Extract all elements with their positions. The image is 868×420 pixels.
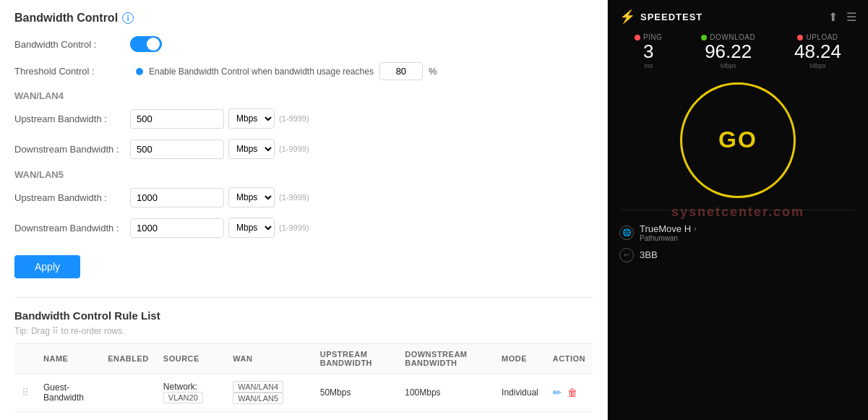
info-icon[interactable]: i [122,12,134,24]
isp-arrow-1: › [694,224,697,233]
speedtest-header: ⚡ SPEEDTEST ⬆ ☰ [608,9,868,25]
table-row: ⠿ Guest-Bandwidth Network: VLAN20 [14,374,593,412]
wan-lan4-downstream-range: (1-9999) [279,145,309,153]
download-unit: Mbps [701,62,755,69]
wan-lan4-upstream-unit[interactable]: MbpsKbps [228,108,275,129]
rule-upstream-cell: 50Mbps [313,374,398,412]
stats-row: PING 3 ms DOWNLOAD 96.22 Mbps [608,33,868,69]
delete-icon[interactable]: 🗑 [567,387,577,398]
isp-section: 🌐 TrueMove H › Pathumwan ↩ 3BB [608,215,868,271]
upload-value: 48.24 [794,41,841,62]
rule-mode-cell: Individual [494,374,546,412]
go-circle-container: GO [680,82,796,198]
wan-lan4-upstream-input[interactable] [130,109,224,129]
wan-lan5-upstream-range: (1-9999) [279,193,309,202]
col-enabled: ENABLED [100,344,156,374]
speedtest-share-button[interactable]: ⬆ [828,10,838,24]
rule-mode-value: Individual [502,387,538,398]
rule-source-tag: VLAN20 [163,392,203,403]
wan-lan4-downstream-group: MbpsKbps (1-9999) [130,139,309,159]
rule-list-title: Bandwidth Control Rule List [14,309,593,322]
rule-name-cell: Guest-Bandwidth [36,374,100,412]
isp-globe-icon: 🌐 [619,226,634,240]
threshold-input[interactable] [379,62,423,80]
download-dot [701,35,707,40]
threshold-control-row: Threshold Control : Enable Bandwidth Con… [14,62,593,80]
ping-value: 3 [635,41,662,62]
wan-lan4-upstream-group: MbpsKbps (1-9999) [130,108,309,129]
rule-enabled-cell [100,374,156,412]
isp-globe-icon-2: ↩ [619,248,634,262]
go-text: GO [718,127,757,153]
page-title: Bandwidth Control i [14,12,593,25]
bandwidth-control-row: Bandwidth Control : [14,36,593,52]
drag-handle-icon[interactable]: ⠿ [22,387,29,398]
edit-icon[interactable]: ✏ [553,387,562,398]
wan-lan5-upstream-group: MbpsKbps (1-9999) [130,187,309,207]
rule-downstream-cell: 100Mbps [398,374,494,412]
rule-wan-tag-1: WAN/LAN4 [233,381,283,393]
speedtest-panel: ⚡ SPEEDTEST ⬆ ☰ PING 3 ms [608,0,868,420]
wan-lan5-upstream-label: Upstream Bandwidth : [14,192,130,203]
isp-info-1: TrueMove H › Pathumwan [640,223,697,242]
isp-sub-1: Pathumwan [640,234,697,242]
rule-name: Guest-Bandwidth [43,382,84,403]
isp-name-2: 3BB [640,249,658,260]
rule-source-cell: Network: VLAN20 [156,374,225,412]
speedtest-menu-button[interactable]: ☰ [846,10,856,24]
speedtest-actions: ⬆ ☰ [828,10,856,24]
speedtest-logo: ⚡ SPEEDTEST [619,9,702,25]
rule-upstream-value: 50Mbps [320,387,351,398]
col-name: NAME [36,344,100,374]
drag-handle-cell: ⠿ [14,374,36,412]
bandwidth-control-label: Bandwidth Control : [14,39,130,50]
ping-stat: PING 3 ms [635,33,662,69]
rule-source-label: Network: [163,382,197,392]
section-divider [14,297,593,298]
action-icons: ✏ 🗑 [553,387,585,398]
threshold-label: Threshold Control : [14,66,130,77]
wan-lan4-upstream-row: Upstream Bandwidth : MbpsKbps (1-9999) [14,108,593,129]
col-downstream: DOWNSTREAM BANDWIDTH [398,344,494,374]
wan-lan4-downstream-input[interactable] [130,140,224,159]
wan-lan4-upstream-label: Upstream Bandwidth : [14,113,130,124]
wan-lan5-downstream-unit[interactable]: MbpsKbps [228,218,275,238]
download-stat: DOWNLOAD 96.22 Mbps [701,33,755,69]
wan-lan4-header: WAN/LAN4 [14,90,593,101]
rule-wan-cell: WAN/LAN4 WAN/LAN5 [225,374,313,412]
wan-lan5-downstream-group: MbpsKbps (1-9999) [130,218,309,238]
wan-lan5-downstream-input[interactable] [130,218,224,238]
title-text: Bandwidth Control [14,12,118,25]
col-action: ACTION [546,344,593,374]
bandwidth-control-toggle[interactable] [130,36,162,52]
wan-lan5-upstream-input[interactable] [130,188,224,207]
table-header-row: NAME ENABLED SOURCE WAN UPSTREAM BANDWID… [14,344,593,374]
tip-text: Tip: Drag ⠿ to re-order rows. [14,326,593,336]
isp-name-1: TrueMove H [640,223,691,234]
wan-lan5-upstream-unit[interactable]: MbpsKbps [228,187,275,207]
wan-lan5-upstream-row: Upstream Bandwidth : MbpsKbps (1-9999) [14,187,593,207]
go-button[interactable]: GO [680,82,796,198]
threshold-text: Enable Bandwidth Control when bandwidth … [149,67,374,77]
col-upstream: UPSTREAM BANDWIDTH [313,344,398,374]
download-value: 96.22 [701,41,755,62]
rule-table: NAME ENABLED SOURCE WAN UPSTREAM BANDWID… [14,343,593,412]
rule-downstream-value: 100Mbps [405,387,440,398]
isp-item-1[interactable]: 🌐 TrueMove H › Pathumwan [619,220,856,245]
isp-item-2[interactable]: ↩ 3BB [619,245,856,265]
wan-lan4-downstream-unit[interactable]: MbpsKbps [228,139,275,159]
threshold-percent: % [429,66,437,77]
ping-unit: ms [635,62,662,69]
wan-lan5-downstream-label: Downstream Bandwidth : [14,223,130,233]
wan-lan4-downstream-row: Downstream Bandwidth : MbpsKbps (1-9999) [14,139,593,159]
rule-wan-tag-2: WAN/LAN5 [233,393,283,404]
upload-unit: Mbps [794,62,841,69]
upload-dot [797,35,803,40]
upload-stat: UPLOAD 48.24 Mbps [794,33,841,69]
wan-lan4-upstream-range: (1-9999) [279,114,309,123]
wan-lan5-downstream-row: Downstream Bandwidth : MbpsKbps (1-9999) [14,218,593,238]
wan-lan5-downstream-range: (1-9999) [279,223,309,232]
speedtest-logo-text: SPEEDTEST [640,12,702,22]
rule-action-cell: ✏ 🗑 [546,374,593,412]
apply-button[interactable]: Apply [14,255,80,278]
